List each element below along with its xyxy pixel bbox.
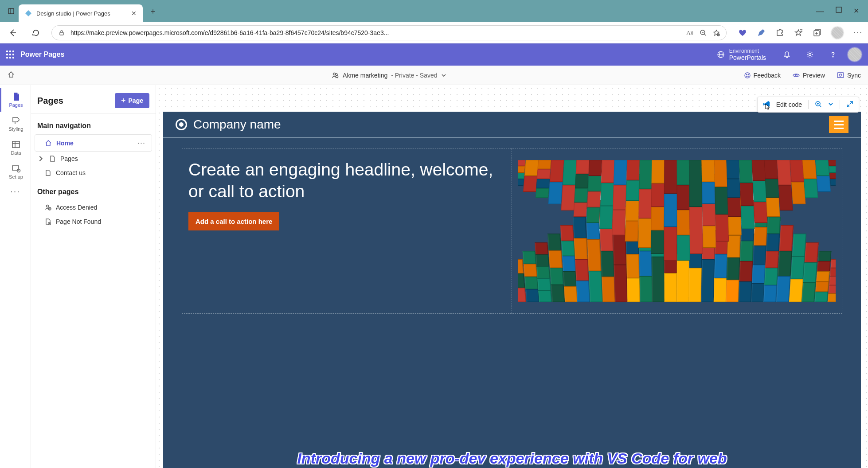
notifications-icon[interactable] — [778, 46, 795, 63]
site-state: - Private - Saved — [391, 72, 437, 79]
cursor-icon — [765, 103, 772, 112]
window-controls: — ✕ — [816, 7, 864, 16]
chevron-down-icon — [441, 73, 446, 78]
sync-icon — [837, 71, 845, 79]
canvas-toolbar: Edit code — [757, 97, 859, 113]
page-error-icon — [44, 218, 51, 225]
rail-more-icon[interactable]: ··· — [10, 186, 20, 196]
favicon-icon — [25, 10, 32, 17]
preview-link[interactable]: Preview — [792, 71, 825, 79]
svg-marker-2 — [25, 10, 31, 16]
env-value: PowerPortals — [729, 54, 766, 61]
user-avatar[interactable] — [848, 47, 862, 62]
rail-data[interactable]: Data — [0, 136, 31, 160]
rail-setup[interactable]: Set up — [0, 160, 31, 183]
people-icon — [331, 71, 339, 79]
svg-rect-26 — [336, 76, 338, 78]
nav-item-contact[interactable]: Contact us — [31, 166, 156, 180]
chevron-right-icon — [37, 155, 44, 162]
tab-overview-button[interactable] — [4, 4, 19, 19]
site-header: Company name — [163, 112, 861, 138]
hero-headline[interactable]: Create an engaging headline, welcome, or… — [188, 159, 506, 203]
pen-extension-icon[interactable] — [757, 28, 766, 37]
add-page-button[interactable]: + Page — [115, 93, 149, 108]
page-icon — [44, 169, 51, 176]
sync-link[interactable]: Sync — [837, 71, 861, 79]
browser-titlebar: Design studio | Power Pages ✕ ＋ — ✕ — [0, 0, 868, 22]
settings-icon[interactable] — [802, 46, 818, 63]
nav-item-pages[interactable]: Pages — [31, 152, 156, 166]
nav-item-home[interactable]: Home ··· — [35, 134, 152, 152]
globe-icon — [717, 51, 725, 58]
hero-image-column[interactable] — [512, 148, 842, 313]
browser-tab[interactable]: Design studio | Power Pages ✕ — [19, 4, 143, 22]
rail-styling[interactable]: Styling — [0, 112, 31, 136]
company-name[interactable]: Company name — [193, 117, 281, 132]
site-logo-icon — [176, 119, 187, 130]
url-bar[interactable]: https://make.preview.powerpages.microsof… — [51, 25, 727, 40]
svg-point-29 — [748, 74, 749, 75]
svg-rect-31 — [837, 73, 844, 78]
svg-point-24 — [333, 73, 336, 75]
new-tab-button[interactable]: ＋ — [145, 4, 160, 19]
extension-icons: ··· — [735, 27, 863, 39]
other-not-found[interactable]: Page Not Found — [31, 214, 156, 229]
svg-point-23 — [833, 56, 833, 57]
site-picker[interactable]: Akme marketing - Private - Saved — [34, 71, 744, 79]
panel-title: Pages — [37, 96, 63, 106]
maximize-icon[interactable] — [836, 7, 842, 16]
item-menu-icon[interactable]: ··· — [137, 138, 145, 148]
help-icon[interactable] — [825, 46, 841, 63]
url-text: https://make.preview.powerpages.microsof… — [70, 29, 681, 36]
close-window-icon[interactable]: ✕ — [853, 7, 859, 16]
zoom-search-icon[interactable] — [815, 101, 822, 109]
edit-code-button[interactable]: Edit code — [776, 101, 802, 108]
collections-icon[interactable] — [813, 28, 821, 37]
svg-line-7 — [704, 34, 706, 35]
environment-picker[interactable]: Environment PowerPortals — [717, 48, 772, 61]
other-access-denied[interactable]: Access Denied — [31, 200, 156, 214]
hamburger-menu-icon[interactable] — [829, 116, 848, 133]
puzzle-extension-icon[interactable] — [775, 28, 784, 37]
site-name: Akme marketing — [343, 72, 387, 79]
svg-marker-13 — [795, 30, 802, 35]
browser-profile-avatar[interactable] — [831, 27, 844, 39]
tab-title: Design studio | Power Pages — [36, 10, 127, 17]
favorites-list-icon[interactable] — [794, 28, 803, 37]
svg-point-30 — [795, 74, 797, 76]
product-name: Power Pages — [20, 51, 65, 58]
browser-menu-icon[interactable]: ··· — [853, 28, 863, 37]
svg-rect-5 — [60, 32, 63, 35]
zoom-chevron-icon[interactable] — [828, 101, 833, 108]
left-rail: Pages Styling Data Set up ··· — [0, 85, 31, 468]
browser-toolbar: https://make.preview.powerpages.microsof… — [0, 22, 868, 43]
back-button[interactable] — [5, 25, 20, 40]
plus-icon: + — [121, 96, 126, 105]
app-launcher-icon[interactable] — [6, 51, 14, 58]
feedback-link[interactable]: Feedback — [744, 72, 781, 79]
hero-section[interactable]: Create an engaging headline, welcome, or… — [182, 148, 842, 314]
svg-point-28 — [746, 74, 747, 75]
promo-banner: Introducing a new pro-dev experience wit… — [163, 447, 861, 468]
pages-panel: Pages + Page Main navigation Home ··· Pa… — [31, 85, 156, 468]
zoom-out-icon[interactable] — [699, 28, 708, 37]
home-icon[interactable] — [7, 72, 15, 80]
hero-image — [518, 160, 836, 302]
app-header: Power Pages Environment PowerPortals — [0, 43, 868, 66]
hero-text-column[interactable]: Create an engaging headline, welcome, or… — [182, 148, 512, 313]
favorite-icon[interactable] — [712, 28, 721, 37]
heart-extension-icon[interactable] — [738, 28, 747, 37]
close-tab-icon[interactable]: ✕ — [131, 10, 137, 17]
command-bar: Akme marketing - Private - Saved Feedbac… — [0, 66, 868, 85]
expand-icon[interactable] — [846, 101, 853, 109]
home-icon — [45, 140, 52, 147]
svg-point-37 — [47, 205, 49, 207]
person-denied-icon — [44, 204, 51, 211]
read-aloud-icon[interactable]: A)) — [685, 28, 694, 37]
cta-button[interactable]: Add a call to action here — [188, 212, 279, 230]
env-label: Environment — [729, 48, 766, 54]
refresh-button[interactable] — [28, 25, 43, 40]
rail-pages[interactable]: Pages — [0, 88, 31, 112]
minimize-icon[interactable]: — — [816, 7, 824, 16]
lock-icon — [57, 28, 66, 37]
